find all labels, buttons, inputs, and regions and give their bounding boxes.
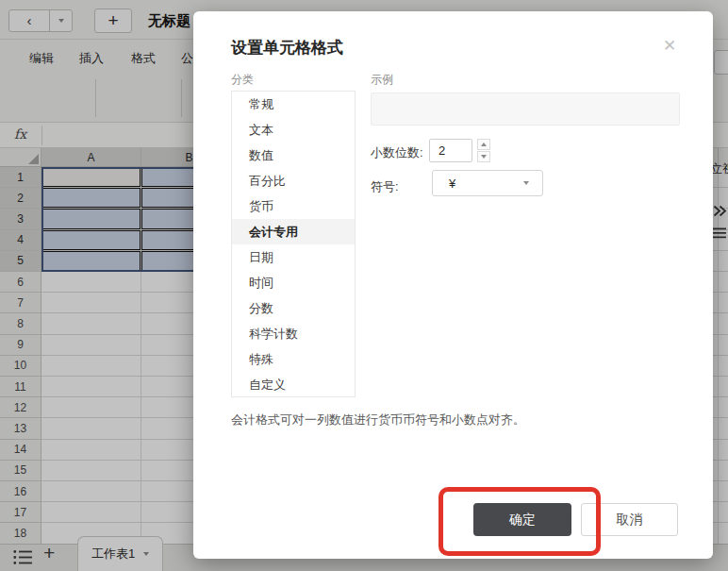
symbol-value: ¥ [449, 176, 523, 191]
category-item-8[interactable]: 时间 [232, 270, 355, 295]
chevron-down-icon [481, 155, 487, 159]
category-item-10[interactable]: 科学计数 [232, 321, 355, 346]
category-list: 常规文本数值百分比货币会计专用日期时间分数科学计数特殊自定义 [231, 91, 356, 397]
format-description: 会计格式可对一列数值进行货币币符号和小数点对齐。 [231, 411, 525, 428]
dialog-title: 设置单元格格式 [231, 37, 343, 59]
category-item-4[interactable]: 百分比 [232, 168, 355, 193]
close-icon[interactable]: ✕ [659, 36, 680, 57]
category-item-6[interactable]: 会计专用 [232, 219, 355, 244]
sample-label: 示例 [371, 72, 393, 88]
category-item-5[interactable]: 货币 [232, 193, 355, 219]
category-label: 分类 [231, 72, 254, 88]
category-item-12[interactable]: 自定义 [232, 372, 355, 397]
format-cells-dialog: 设置单元格格式 ✕ 分类 常规文本数值百分比货币会计专用日期时间分数科学计数特殊… [193, 11, 713, 559]
symbol-dropdown[interactable]: ¥ [432, 170, 543, 196]
chevron-down-icon [523, 181, 529, 185]
sample-preview [371, 92, 680, 126]
symbol-label: 符号: [371, 178, 399, 195]
category-item-2[interactable]: 文本 [232, 117, 355, 143]
cancel-button[interactable]: 取消 [581, 503, 678, 536]
chevron-up-icon [481, 143, 487, 146]
decimal-places-input[interactable] [429, 139, 472, 162]
category-item-9[interactable]: 分数 [232, 295, 355, 321]
spinner-down-button[interactable] [477, 151, 490, 162]
decimal-places-label: 小数位数: [371, 144, 423, 161]
category-item-7[interactable]: 日期 [232, 244, 355, 270]
category-item-3[interactable]: 数值 [232, 143, 355, 168]
decimal-places-stepper [477, 139, 490, 162]
category-item-11[interactable]: 特殊 [232, 346, 355, 372]
category-item-1[interactable]: 常规 [232, 92, 355, 117]
spinner-up-button[interactable] [477, 139, 490, 150]
ok-button[interactable]: 确定 [473, 503, 571, 536]
screen: ‹ + 无标题 编辑插入格式公式 撤销 重做 [0, 0, 728, 571]
